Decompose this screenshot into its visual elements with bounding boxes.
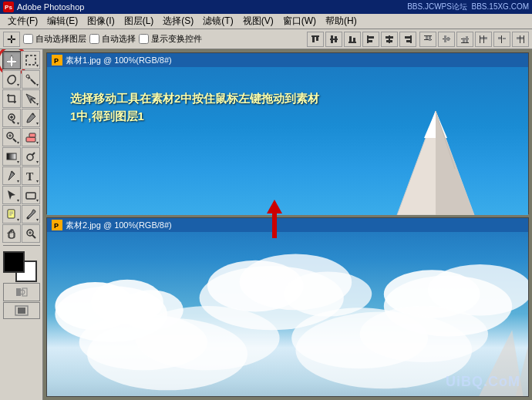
canvas-area: P 素材1.jpg @ 100%(RGB/8#) (43, 49, 532, 400)
svg-marker-91 (436, 111, 474, 215)
drag-arrow (263, 200, 286, 246)
shape-tool[interactable]: ▾ (22, 186, 40, 204)
distribute-icons (419, 32, 529, 47)
svg-rect-27 (444, 35, 446, 42)
tool-row-4: ▾ ▾ (2, 109, 40, 127)
menu-help[interactable]: 帮助(H) (321, 13, 362, 29)
align-icons (307, 32, 416, 47)
app-logo: Ps (3, 2, 14, 12)
bbs-watermark: BBS.JCWPS论坛 BBS.15XG.COM (407, 2, 529, 12)
menu-select[interactable]: 选择(S) (158, 13, 198, 29)
gradient-tool[interactable]: ▾ (2, 147, 21, 166)
svg-rect-42 (517, 37, 520, 39)
svg-rect-24 (426, 36, 428, 39)
svg-point-111 (135, 306, 279, 370)
menu-filter[interactable]: 滤镜(T) (198, 13, 237, 29)
tool-row-1: ▾ (2, 51, 40, 69)
svg-rect-20 (405, 36, 410, 39)
doc2-title: 素材2.jpg @ 100%(RGB/8#) (66, 220, 172, 231)
dodge-tool[interactable]: ▾ (22, 147, 40, 166)
path-select-tool[interactable]: ▾ (2, 186, 21, 204)
pen-tool[interactable]: ▾ (2, 166, 21, 185)
rect-select-tool[interactable]: ▾ (22, 51, 40, 69)
doc1-title: 素材1.jpg @ 100%(RGB/8#) (66, 55, 172, 66)
tool-row-8: ▾ ▾ (2, 186, 40, 204)
brush-tool[interactable]: ▾ (22, 109, 40, 127)
align-top[interactable] (307, 32, 324, 47)
distribute-left[interactable] (475, 32, 492, 47)
doc1-canvas: 选择移动工具在素材2中按住鼠标左键拖动到素材 1中,得到图层1 (47, 67, 528, 215)
lasso-tool[interactable]: ▾ (2, 70, 21, 89)
show-controls-checkbox[interactable]: 显示变换控件 (139, 33, 202, 45)
menu-layer[interactable]: 图层(L) (120, 13, 159, 29)
svg-rect-19 (410, 35, 412, 43)
svg-rect-3 (330, 39, 338, 40)
foreground-color[interactable] (3, 251, 25, 273)
svg-rect-17 (386, 40, 389, 42)
menu-file[interactable]: 文件(F) (3, 13, 42, 29)
quick-mask-btn[interactable] (3, 283, 40, 301)
color-swatches (3, 251, 40, 282)
align-vcenter[interactable] (325, 32, 342, 47)
hand-tool[interactable] (2, 224, 21, 243)
svg-rect-36 (484, 37, 487, 39)
distribute-vcenter[interactable] (438, 32, 455, 47)
align-hcenter[interactable] (381, 32, 398, 47)
svg-rect-31 (463, 38, 465, 42)
zoom-tool[interactable] (22, 224, 40, 243)
svg-text:P: P (54, 57, 59, 65)
eraser-tool[interactable]: ▾ (22, 128, 40, 146)
align-bottom[interactable] (344, 32, 361, 47)
svg-rect-34 (483, 35, 484, 43)
svg-line-47 (31, 79, 35, 84)
menu-edit[interactable]: 编辑(E) (42, 13, 82, 29)
auto-select2-checkbox[interactable]: 自动选择 (89, 33, 136, 45)
svg-text:T: T (26, 171, 34, 182)
app-title: Adobe Photoshop (17, 2, 407, 12)
svg-rect-4 (331, 35, 333, 39)
sky-clouds-svg (47, 232, 528, 396)
svg-rect-15 (386, 36, 389, 39)
svg-rect-66 (7, 153, 16, 160)
screen-mode-btn[interactable] (3, 302, 40, 319)
svg-rect-28 (447, 37, 450, 41)
svg-rect-14 (389, 35, 390, 43)
doc1-titlebar: P 素材1.jpg @ 100%(RGB/8#) (47, 53, 528, 67)
auto-select-checkbox[interactable]: 自动选择图层 (23, 33, 86, 45)
svg-rect-6 (335, 36, 337, 39)
menu-view[interactable]: 视图(V) (238, 13, 278, 29)
distribute-top[interactable] (419, 32, 436, 47)
clone-tool[interactable]: ▾ (2, 128, 21, 146)
menu-image[interactable]: 图像(I) (82, 13, 119, 29)
distribute-bottom[interactable] (456, 32, 473, 47)
align-left[interactable] (362, 32, 379, 47)
eyedropper-tool[interactable]: ▾ (22, 205, 40, 224)
text-tool[interactable]: T ▾ (22, 166, 40, 185)
tool-row-6: ▾ ▾ (2, 147, 40, 166)
svg-rect-41 (520, 35, 520, 43)
svg-marker-71 (8, 190, 15, 200)
slice-tool[interactable]: ▾ (22, 89, 40, 108)
tool-row-7: ▾ T ▾ (2, 166, 40, 185)
svg-text:P: P (54, 222, 59, 230)
svg-line-59 (12, 121, 15, 123)
doc1-window: P 素材1.jpg @ 100%(RGB/8#) (46, 52, 529, 214)
main-area: ▾ ▾ ▾ (0, 49, 532, 400)
distribute-hcenter[interactable] (493, 32, 510, 47)
doc2-window: P 素材2.jpg @ 100%(RGB/8#) (46, 217, 529, 397)
svg-line-60 (32, 113, 34, 115)
move-tool-icon[interactable]: ✛ (3, 32, 20, 47)
tool-row-3: ▾ (2, 89, 40, 108)
heal-tool[interactable]: ▾ (2, 109, 21, 127)
tool-row-10 (2, 224, 40, 243)
tool-separator (3, 245, 40, 246)
mountain-svg (389, 107, 482, 215)
crop-tool[interactable] (2, 89, 21, 108)
menu-window[interactable]: 窗口(W) (278, 13, 321, 29)
distribute-right[interactable] (512, 32, 529, 47)
align-right[interactable] (399, 32, 416, 47)
svg-rect-21 (406, 40, 410, 42)
magic-wand-tool[interactable]: ▾ (22, 70, 40, 89)
move-tool[interactable] (2, 51, 21, 69)
notes-tool[interactable]: ▾ (2, 205, 21, 224)
